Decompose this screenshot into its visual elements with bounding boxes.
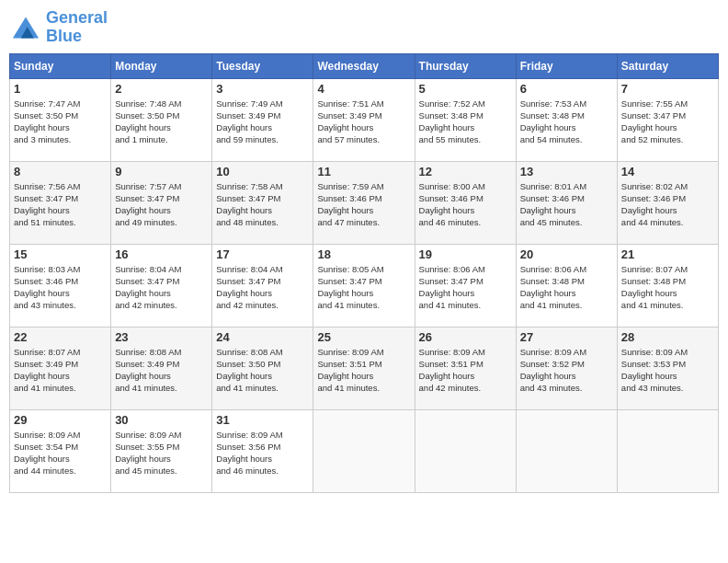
day-number: 27 — [520, 330, 613, 344]
calendar-day-cell: 8 Sunrise: 7:56 AM Sunset: 3:47 PM Dayli… — [10, 161, 111, 244]
calendar-day-cell: 26 Sunrise: 8:09 AM Sunset: 3:51 PM Dayl… — [415, 327, 516, 409]
day-number: 2 — [115, 82, 208, 96]
calendar-week-row: 15 Sunrise: 8:03 AM Sunset: 3:46 PM Dayl… — [10, 244, 719, 327]
day-info: Sunrise: 8:06 AM Sunset: 3:47 PM Dayligh… — [419, 263, 512, 312]
logo-icon — [9, 14, 42, 41]
calendar-header-row: SundayMondayTuesdayWednesdayThursdayFrid… — [10, 53, 719, 78]
day-info: Sunrise: 7:55 AM Sunset: 3:47 PM Dayligh… — [621, 98, 714, 146]
calendar-day-cell: 19 Sunrise: 8:06 AM Sunset: 3:47 PM Dayl… — [415, 244, 516, 327]
day-info: Sunrise: 7:48 AM Sunset: 3:50 PM Dayligh… — [115, 98, 208, 146]
day-number: 25 — [317, 330, 410, 344]
day-number: 21 — [621, 247, 714, 261]
day-number: 29 — [14, 413, 107, 427]
calendar-week-row: 29 Sunrise: 8:09 AM Sunset: 3:54 PM Dayl… — [10, 409, 719, 492]
day-info: Sunrise: 8:07 AM Sunset: 3:48 PM Dayligh… — [621, 263, 714, 312]
day-info: Sunrise: 7:47 AM Sunset: 3:50 PM Dayligh… — [14, 98, 107, 146]
logo-text: General Blue — [46, 9, 108, 46]
calendar-day-cell: 27 Sunrise: 8:09 AM Sunset: 3:52 PM Dayl… — [516, 327, 617, 409]
day-number: 17 — [216, 247, 309, 261]
day-number: 28 — [621, 330, 714, 344]
day-info: Sunrise: 8:09 AM Sunset: 3:55 PM Dayligh… — [115, 429, 208, 477]
day-info: Sunrise: 8:09 AM Sunset: 3:51 PM Dayligh… — [419, 346, 512, 395]
day-number: 11 — [317, 165, 410, 178]
calendar-day-cell: 3 Sunrise: 7:49 AM Sunset: 3:49 PM Dayli… — [212, 78, 313, 161]
day-number: 6 — [520, 82, 613, 96]
day-info: Sunrise: 8:08 AM Sunset: 3:50 PM Dayligh… — [216, 346, 309, 395]
weekday-header: Friday — [516, 53, 617, 78]
day-info: Sunrise: 7:52 AM Sunset: 3:48 PM Dayligh… — [419, 98, 512, 146]
calendar-day-cell: 20 Sunrise: 8:06 AM Sunset: 3:48 PM Dayl… — [516, 244, 617, 327]
day-number: 23 — [115, 330, 208, 344]
calendar-day-cell: 30 Sunrise: 8:09 AM Sunset: 3:55 PM Dayl… — [111, 409, 212, 492]
weekday-header: Thursday — [415, 53, 516, 78]
calendar-table: SundayMondayTuesdayWednesdayThursdayFrid… — [9, 53, 719, 493]
day-number: 26 — [419, 330, 512, 344]
logo: General Blue — [9, 9, 108, 46]
day-info: Sunrise: 7:51 AM Sunset: 3:49 PM Dayligh… — [317, 98, 410, 146]
calendar-day-cell: 11 Sunrise: 7:59 AM Sunset: 3:46 PM Dayl… — [313, 161, 415, 244]
calendar-week-row: 8 Sunrise: 7:56 AM Sunset: 3:47 PM Dayli… — [10, 161, 719, 244]
day-number: 4 — [317, 82, 410, 96]
calendar-day-cell: 25 Sunrise: 8:09 AM Sunset: 3:51 PM Dayl… — [313, 327, 415, 409]
calendar-day-cell: 7 Sunrise: 7:55 AM Sunset: 3:47 PM Dayli… — [617, 78, 718, 161]
calendar-day-cell: 15 Sunrise: 8:03 AM Sunset: 3:46 PM Dayl… — [10, 244, 111, 327]
day-info: Sunrise: 8:09 AM Sunset: 3:51 PM Dayligh… — [317, 346, 410, 395]
day-number: 8 — [14, 165, 107, 178]
calendar-day-cell: 12 Sunrise: 8:00 AM Sunset: 3:46 PM Dayl… — [415, 161, 516, 244]
calendar-day-cell: 10 Sunrise: 7:58 AM Sunset: 3:47 PM Dayl… — [212, 161, 313, 244]
calendar-day-cell — [516, 409, 617, 492]
calendar-day-cell: 2 Sunrise: 7:48 AM Sunset: 3:50 PM Dayli… — [111, 78, 212, 161]
day-info: Sunrise: 8:09 AM Sunset: 3:53 PM Dayligh… — [621, 346, 714, 395]
day-info: Sunrise: 8:00 AM Sunset: 3:46 PM Dayligh… — [419, 180, 512, 229]
calendar-day-cell: 16 Sunrise: 8:04 AM Sunset: 3:47 PM Dayl… — [111, 244, 212, 327]
weekday-header: Sunday — [10, 53, 111, 78]
day-number: 13 — [520, 165, 613, 178]
day-info: Sunrise: 8:06 AM Sunset: 3:48 PM Dayligh… — [520, 263, 613, 312]
day-info: Sunrise: 8:09 AM Sunset: 3:54 PM Dayligh… — [14, 429, 107, 477]
calendar-day-cell — [415, 409, 516, 492]
day-number: 1 — [14, 82, 107, 96]
day-info: Sunrise: 8:04 AM Sunset: 3:47 PM Dayligh… — [216, 263, 309, 312]
day-number: 20 — [520, 247, 613, 261]
day-info: Sunrise: 8:05 AM Sunset: 3:47 PM Dayligh… — [317, 263, 410, 312]
day-number: 18 — [317, 247, 410, 261]
calendar-day-cell: 31 Sunrise: 8:09 AM Sunset: 3:56 PM Dayl… — [212, 409, 313, 492]
day-info: Sunrise: 7:57 AM Sunset: 3:47 PM Dayligh… — [115, 180, 208, 229]
calendar-day-cell: 29 Sunrise: 8:09 AM Sunset: 3:54 PM Dayl… — [10, 409, 111, 492]
page-header: General Blue — [9, 9, 719, 46]
day-number: 15 — [14, 247, 107, 261]
calendar-day-cell: 21 Sunrise: 8:07 AM Sunset: 3:48 PM Dayl… — [617, 244, 718, 327]
day-number: 22 — [14, 330, 107, 344]
day-info: Sunrise: 7:59 AM Sunset: 3:46 PM Dayligh… — [317, 180, 410, 229]
day-info: Sunrise: 8:07 AM Sunset: 3:49 PM Dayligh… — [14, 346, 107, 395]
day-info: Sunrise: 8:01 AM Sunset: 3:46 PM Dayligh… — [520, 180, 613, 229]
day-info: Sunrise: 8:09 AM Sunset: 3:56 PM Dayligh… — [216, 429, 309, 477]
day-number: 5 — [419, 82, 512, 96]
day-info: Sunrise: 8:02 AM Sunset: 3:46 PM Dayligh… — [621, 180, 714, 229]
day-info: Sunrise: 7:58 AM Sunset: 3:47 PM Dayligh… — [216, 180, 309, 229]
day-number: 10 — [216, 165, 309, 178]
day-info: Sunrise: 8:09 AM Sunset: 3:52 PM Dayligh… — [520, 346, 613, 395]
calendar-day-cell: 23 Sunrise: 8:08 AM Sunset: 3:49 PM Dayl… — [111, 327, 212, 409]
day-info: Sunrise: 8:08 AM Sunset: 3:49 PM Dayligh… — [115, 346, 208, 395]
calendar-day-cell: 14 Sunrise: 8:02 AM Sunset: 3:46 PM Dayl… — [617, 161, 718, 244]
weekday-header: Monday — [111, 53, 212, 78]
weekday-header: Saturday — [617, 53, 718, 78]
weekday-header: Wednesday — [313, 53, 415, 78]
calendar-day-cell: 18 Sunrise: 8:05 AM Sunset: 3:47 PM Dayl… — [313, 244, 415, 327]
day-info: Sunrise: 7:49 AM Sunset: 3:49 PM Dayligh… — [216, 98, 309, 146]
calendar-day-cell: 28 Sunrise: 8:09 AM Sunset: 3:53 PM Dayl… — [617, 327, 718, 409]
calendar-day-cell: 13 Sunrise: 8:01 AM Sunset: 3:46 PM Dayl… — [516, 161, 617, 244]
calendar-week-row: 1 Sunrise: 7:47 AM Sunset: 3:50 PM Dayli… — [10, 78, 719, 161]
calendar-day-cell — [617, 409, 718, 492]
calendar-day-cell: 5 Sunrise: 7:52 AM Sunset: 3:48 PM Dayli… — [415, 78, 516, 161]
day-number: 7 — [621, 82, 714, 96]
calendar-day-cell: 9 Sunrise: 7:57 AM Sunset: 3:47 PM Dayli… — [111, 161, 212, 244]
weekday-header: Tuesday — [212, 53, 313, 78]
day-info: Sunrise: 7:56 AM Sunset: 3:47 PM Dayligh… — [14, 180, 107, 229]
day-number: 9 — [115, 165, 208, 178]
calendar-day-cell: 4 Sunrise: 7:51 AM Sunset: 3:49 PM Dayli… — [313, 78, 415, 161]
day-number: 16 — [115, 247, 208, 261]
day-number: 3 — [216, 82, 309, 96]
day-number: 19 — [419, 247, 512, 261]
